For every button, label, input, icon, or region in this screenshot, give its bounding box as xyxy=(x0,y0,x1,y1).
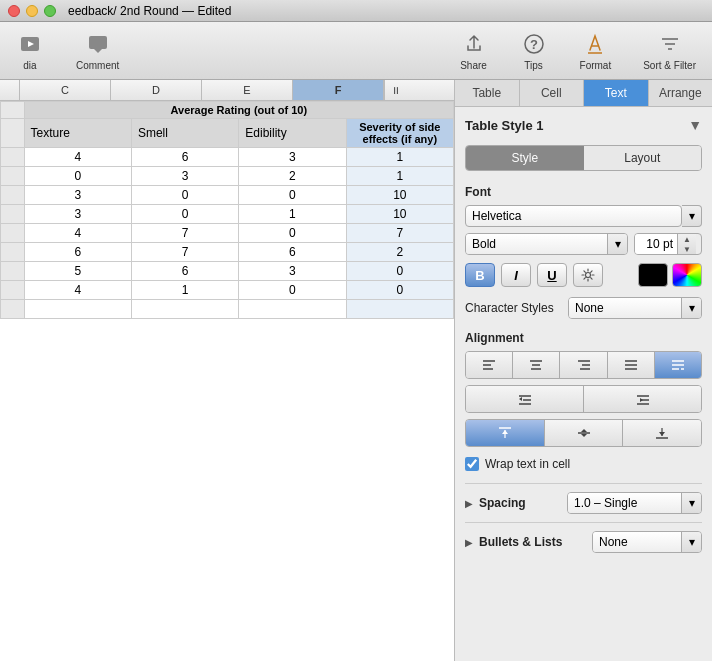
media-icon xyxy=(16,30,44,58)
close-btn[interactable] xyxy=(8,5,20,17)
bold-button[interactable]: B xyxy=(465,263,495,287)
col-header-e[interactable]: E xyxy=(202,80,293,100)
window-title: eedback/ 2nd Round — Edited xyxy=(68,4,231,18)
data-cell[interactable]: 7 xyxy=(346,224,453,243)
font-family-arrow[interactable]: ▾ xyxy=(682,205,702,227)
data-cell[interactable]: 0 xyxy=(131,205,238,224)
tips-button[interactable]: ? Tips xyxy=(512,26,556,75)
data-cell[interactable]: 6 xyxy=(24,243,131,262)
spacing-dropdown-arrow[interactable]: ▾ xyxy=(681,493,701,513)
col-label-smell[interactable]: Smell xyxy=(131,119,238,148)
format-button[interactable]: Format xyxy=(572,26,620,75)
layout-button[interactable]: Layout xyxy=(584,146,702,170)
sort-filter-button[interactable]: Sort & Filter xyxy=(635,26,704,75)
spacing-select[interactable]: 1.0 – Single 1.5 – One and Half 2.0 – Do… xyxy=(568,493,681,513)
char-styles-select[interactable]: None xyxy=(569,298,681,318)
style-button[interactable]: Style xyxy=(466,146,584,170)
indent-increase-button[interactable] xyxy=(584,386,701,412)
data-cell[interactable]: 7 xyxy=(131,243,238,262)
data-cell[interactable] xyxy=(239,300,346,319)
underline-button[interactable]: U xyxy=(537,263,567,287)
col-label-texture[interactable]: Texture xyxy=(24,119,131,148)
spacing-header[interactable]: ▶ Spacing 1.0 – Single 1.5 – One and Hal… xyxy=(465,492,702,514)
minimize-btn[interactable] xyxy=(26,5,38,17)
data-cell[interactable]: 2 xyxy=(239,167,346,186)
tab-table[interactable]: Table xyxy=(455,80,520,106)
font-weight-select[interactable]: Bold Regular Italic xyxy=(466,234,607,254)
font-color-swatch[interactable] xyxy=(638,263,668,287)
comment-button[interactable]: Comment xyxy=(68,26,127,75)
comment-label: Comment xyxy=(76,60,119,71)
align-left-button[interactable] xyxy=(466,352,513,378)
table-row: 4 1 0 0 xyxy=(1,281,454,300)
format-label: Format xyxy=(580,60,612,71)
data-cell[interactable]: 3 xyxy=(131,167,238,186)
tab-arrange[interactable]: Arrange xyxy=(649,80,713,106)
valign-top-button[interactable] xyxy=(466,420,545,446)
data-cell[interactable]: 0 xyxy=(346,281,453,300)
align-right-button[interactable] xyxy=(560,352,607,378)
data-cell[interactable]: 4 xyxy=(24,224,131,243)
font-size-decrease[interactable]: ▼ xyxy=(678,244,696,254)
bullets-dropdown-arrow[interactable]: ▾ xyxy=(681,532,701,552)
data-cell[interactable]: 1 xyxy=(239,205,346,224)
font-weight-arrow[interactable]: ▾ xyxy=(607,234,627,254)
data-cell[interactable]: 4 xyxy=(24,281,131,300)
italic-button[interactable]: I xyxy=(501,263,531,287)
data-cell[interactable]: 0 xyxy=(239,186,346,205)
media-button[interactable]: dia xyxy=(8,26,52,75)
data-cell[interactable]: 3 xyxy=(24,205,131,224)
data-cell[interactable]: 1 xyxy=(346,148,453,167)
data-cell[interactable]: 3 xyxy=(239,148,346,167)
data-cell[interactable] xyxy=(24,300,131,319)
align-justify-all-button[interactable] xyxy=(655,352,701,378)
tab-cell[interactable]: Cell xyxy=(520,80,585,106)
data-cell[interactable] xyxy=(131,300,238,319)
data-cell[interactable]: 10 xyxy=(346,205,453,224)
col-label-edibility[interactable]: Edibility xyxy=(239,119,346,148)
data-cell[interactable]: 1 xyxy=(131,281,238,300)
data-cell[interactable]: 0 xyxy=(239,224,346,243)
data-cell[interactable] xyxy=(346,300,453,319)
data-cell[interactable]: 7 xyxy=(131,224,238,243)
data-cell[interactable]: 3 xyxy=(239,262,346,281)
data-cell[interactable]: 6 xyxy=(239,243,346,262)
data-cell[interactable]: 2 xyxy=(346,243,453,262)
color-wheel-button[interactable] xyxy=(672,263,702,287)
tab-text[interactable]: Text xyxy=(584,80,649,106)
data-cell[interactable]: 6 xyxy=(131,262,238,281)
data-cell[interactable]: 0 xyxy=(131,186,238,205)
data-cell[interactable]: 3 xyxy=(24,186,131,205)
row-num xyxy=(1,243,25,262)
font-size-input[interactable] xyxy=(635,234,677,254)
share-button[interactable]: Share xyxy=(452,26,496,75)
align-center-button[interactable] xyxy=(513,352,560,378)
data-cell[interactable]: 0 xyxy=(346,262,453,281)
indent-decrease-button[interactable] xyxy=(466,386,584,412)
maximize-btn[interactable] xyxy=(44,5,56,17)
bullets-select[interactable]: None Bullet Numbered xyxy=(593,532,681,552)
pause-indicator[interactable]: ⏸ xyxy=(384,80,406,100)
data-cell[interactable]: 0 xyxy=(239,281,346,300)
wrap-text-checkbox[interactable] xyxy=(465,457,479,471)
data-cell[interactable]: 10 xyxy=(346,186,453,205)
font-family-select[interactable]: Helvetica Arial Times New Roman xyxy=(465,205,682,227)
text-settings-button[interactable] xyxy=(573,263,603,287)
data-cell[interactable]: 4 xyxy=(24,148,131,167)
valign-middle-button[interactable] xyxy=(545,420,624,446)
col-label-severity[interactable]: Severity of side effects (if any) xyxy=(346,119,453,148)
data-cell[interactable]: 5 xyxy=(24,262,131,281)
merged-header-cell[interactable]: Average Rating (out of 10) xyxy=(24,102,453,119)
col-header-d[interactable]: D xyxy=(111,80,202,100)
valign-bottom-button[interactable] xyxy=(623,420,701,446)
col-header-c[interactable]: C xyxy=(20,80,111,100)
bullets-header[interactable]: ▶ Bullets & Lists None Bullet Numbered ▾ xyxy=(465,531,702,553)
col-header-f[interactable]: F xyxy=(293,80,384,100)
font-size-increase[interactable]: ▲ xyxy=(678,234,696,244)
align-justify-button[interactable] xyxy=(608,352,655,378)
table-style-dropdown-arrow[interactable]: ▼ xyxy=(688,117,702,133)
data-cell[interactable]: 6 xyxy=(131,148,238,167)
data-cell[interactable]: 1 xyxy=(346,167,453,186)
data-cell[interactable]: 0 xyxy=(24,167,131,186)
char-styles-arrow[interactable]: ▾ xyxy=(681,298,701,318)
